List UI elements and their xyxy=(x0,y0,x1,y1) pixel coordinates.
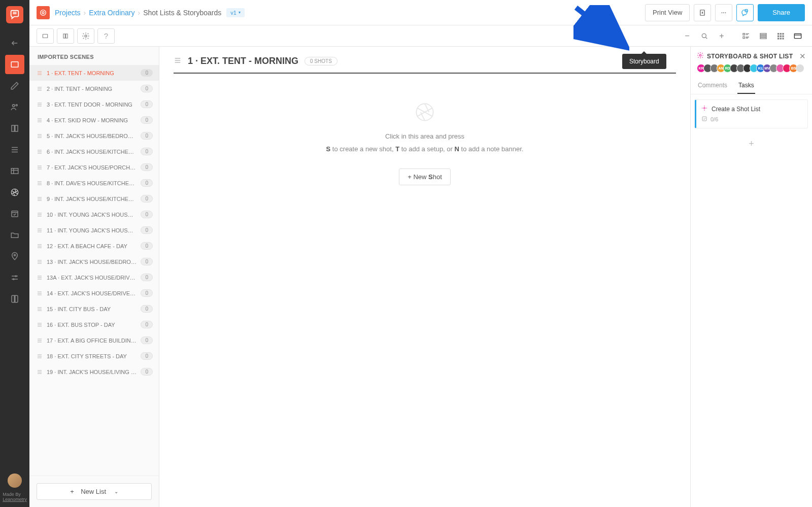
scene-item[interactable]: 9 · INT. JACK'S HOUSE/KITCHEN/TA…0 xyxy=(29,191,159,207)
view-storyboard-icon[interactable] xyxy=(791,29,805,43)
version-dropdown[interactable]: v1 ▾ xyxy=(226,8,245,17)
rail-list-icon[interactable] xyxy=(0,139,29,160)
breadcrumb: Projects › Extra Ordinary › Shot Lists &… xyxy=(55,9,221,17)
project-icon[interactable] xyxy=(37,6,50,19)
rail-board-icon[interactable] xyxy=(0,118,29,139)
scene-item[interactable]: 6 · INT. JACK'S HOUSE/KITCHEN - …0 xyxy=(29,144,159,159)
svg-rect-30 xyxy=(782,33,784,35)
rail-back-icon[interactable] xyxy=(0,32,29,54)
rail-table-icon[interactable] xyxy=(0,160,29,182)
svg-rect-24 xyxy=(743,37,745,38)
zoom-in-icon[interactable]: + xyxy=(715,29,729,43)
scene-item[interactable]: 8 · INT. DAVE'S HOUSE/KITCHEN - …0 xyxy=(29,175,159,191)
breadcrumb-project[interactable]: Extra Ordinary xyxy=(89,9,134,17)
svg-point-21 xyxy=(85,35,87,37)
scene-item[interactable]: 16 · EXT. BUS STOP - DAY0 xyxy=(29,317,159,332)
tab-comments[interactable]: Comments xyxy=(697,78,728,94)
scene-title: 1 · EXT. TENT - MORNING xyxy=(188,56,298,66)
scenes-heading: IMPORTED SCENES xyxy=(29,47,159,65)
svg-rect-0 xyxy=(11,62,18,67)
tool-frame-icon[interactable] xyxy=(37,28,54,44)
scene-item[interactable]: 14 · EXT. JACK'S HOUSE/DRIVEWAY0 xyxy=(29,285,159,301)
canvas[interactable]: 1 · EXT. TENT - MORNING 0 SHOTS Click in… xyxy=(159,47,690,507)
collaborator-avatars[interactable]: KRANRDKLMVBS xyxy=(691,64,812,78)
rail-folder-icon[interactable] xyxy=(0,224,29,246)
comments-icon[interactable] xyxy=(736,4,754,21)
svg-rect-36 xyxy=(782,38,784,39)
export-icon[interactable] xyxy=(694,4,711,21)
rail-aperture-icon[interactable] xyxy=(0,182,29,203)
scene-item[interactable]: 1 · EXT. TENT - MORNING0 xyxy=(29,65,159,81)
scene-item[interactable]: 4 · EXT. SKID ROW - MORNING0 xyxy=(29,112,159,128)
svg-rect-3 xyxy=(12,125,14,131)
task-card[interactable]: Create a Shot List 0/6 xyxy=(695,99,808,128)
svg-rect-41 xyxy=(702,117,706,121)
task-progress: 0/6 xyxy=(710,116,718,122)
scene-item[interactable]: 5 · INT. JACK'S HOUSE/BEDROOM -…0 xyxy=(29,128,159,144)
rail-calendar-icon[interactable] xyxy=(0,203,29,224)
panel-title: STORYBOARD & SHOT LIST xyxy=(707,53,796,60)
add-task-button[interactable]: + xyxy=(691,133,812,154)
scene-item[interactable]: 7 · EXT. JACK'S HOUSE/PORCH - M…0 xyxy=(29,159,159,175)
view-grid-icon[interactable] xyxy=(773,29,788,43)
toolbar: ? − + xyxy=(29,25,812,47)
scenes-list: 1 · EXT. TENT - MORNING02 · INT. TENT - … xyxy=(29,65,159,476)
print-view-button[interactable]: Print View xyxy=(645,4,690,21)
scenes-panel: IMPORTED SCENES 1 · EXT. TENT - MORNING0… xyxy=(29,47,159,507)
scene-item[interactable]: 10 · INT. YOUNG JACK'S HOUSE/KI…0 xyxy=(29,207,159,222)
svg-point-16 xyxy=(725,12,726,13)
view-rows-icon[interactable] xyxy=(756,29,770,43)
close-icon[interactable]: ✕ xyxy=(799,52,806,61)
collaborator-avatar[interactable] xyxy=(796,64,804,73)
view-list-icon[interactable] xyxy=(739,29,753,43)
rail-sliders-icon[interactable] xyxy=(0,267,29,288)
svg-rect-27 xyxy=(760,37,766,39)
zoom-search-icon[interactable] xyxy=(697,29,712,43)
scene-item[interactable]: 2 · INT. TENT - MORNING0 xyxy=(29,81,159,96)
svg-point-2 xyxy=(16,105,17,106)
scene-item[interactable]: 12 · EXT. A BEACH CAFE - DAY0 xyxy=(29,238,159,254)
svg-rect-19 xyxy=(63,33,65,38)
scene-item[interactable]: 13A · EXT. JACK'S HOUSE/DRIVEWA…0 xyxy=(29,269,159,285)
rail-book-icon[interactable] xyxy=(0,288,29,310)
panel-gear-icon[interactable] xyxy=(697,52,704,61)
rail-people-icon[interactable] xyxy=(0,96,29,118)
task-gear-icon xyxy=(701,105,707,113)
new-shot-button[interactable]: + New Shot xyxy=(399,168,451,185)
scene-item[interactable]: 13 · INT. JACK'S HOUSE/BEDROOM…0 xyxy=(29,254,159,269)
zoom-out-icon[interactable]: − xyxy=(680,29,694,43)
more-icon[interactable] xyxy=(715,4,732,21)
scene-item[interactable]: 19 · INT. JACK'S HOUSE/LIVING RO…0 xyxy=(29,364,159,380)
svg-rect-20 xyxy=(66,33,68,38)
user-avatar[interactable] xyxy=(8,474,22,488)
rail-storyboard-icon[interactable] xyxy=(5,55,24,74)
aperture-icon xyxy=(415,102,435,122)
svg-rect-5 xyxy=(11,168,18,174)
svg-rect-35 xyxy=(780,38,782,39)
tool-columns-icon[interactable] xyxy=(57,28,74,44)
tool-help-icon[interactable]: ? xyxy=(97,28,115,44)
task-title-text: Create a Shot List xyxy=(712,106,760,113)
scene-item[interactable]: 3 · EXT. TENT DOOR - MORNING0 xyxy=(29,96,159,112)
svg-point-10 xyxy=(13,279,14,280)
breadcrumb-page: Shot Lists & Storyboards xyxy=(143,9,221,17)
svg-point-12 xyxy=(42,12,44,14)
rail-location-icon[interactable] xyxy=(0,246,29,267)
new-list-button[interactable]: + New List ⌄ xyxy=(37,483,152,500)
scene-item[interactable]: 17 · EXT. A BIG OFFICE BUILDING - …0 xyxy=(29,332,159,348)
rail-edit-icon[interactable] xyxy=(0,75,29,96)
svg-point-14 xyxy=(722,12,723,13)
scene-item[interactable]: 18 · EXT. CITY STREETS - DAY0 xyxy=(29,348,159,364)
tab-tasks[interactable]: Tasks xyxy=(737,78,755,94)
scene-item[interactable]: 15 · INT. CITY BUS - DAY0 xyxy=(29,301,159,317)
svg-rect-28 xyxy=(777,33,779,35)
tool-gear-icon[interactable] xyxy=(77,28,94,44)
scene-item[interactable]: 11 · INT. YOUNG JACK'S HOUSE/KI…0 xyxy=(29,222,159,238)
share-button[interactable]: Share xyxy=(758,4,805,21)
app-logo[interactable] xyxy=(6,6,23,23)
breadcrumb-projects[interactable]: Projects xyxy=(55,9,81,17)
svg-rect-4 xyxy=(15,125,18,131)
left-rail: Made ByLeanometry xyxy=(0,0,29,507)
svg-rect-32 xyxy=(780,35,782,37)
svg-rect-34 xyxy=(777,38,779,39)
